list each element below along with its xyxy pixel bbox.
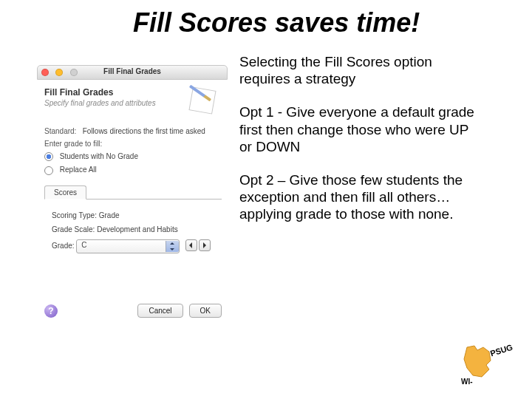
grade-dropdown[interactable]: C	[76, 239, 180, 253]
bullet-2: Opt 1 - Give everyone a default grade fi…	[239, 103, 480, 155]
window-titlebar: Fill Final Grades	[37, 65, 228, 80]
radio-replace-all[interactable]	[44, 166, 53, 175]
grade-scale-label: Grade Scale:	[52, 225, 95, 233]
chevron-updown-icon	[166, 241, 179, 252]
standard-label: Standard:	[44, 127, 76, 135]
dialog-screenshot: Fill Final Grades Fill Final Grades Spec…	[37, 65, 228, 324]
grade-scale-value: Development and Habits	[97, 225, 178, 233]
window-title: Fill Final Grades	[38, 67, 227, 75]
grade-step-up[interactable]	[199, 239, 211, 251]
grade-label: Grade:	[52, 242, 75, 250]
radio-replace-all-label: Replace All	[60, 166, 97, 174]
help-button[interactable]: ?	[44, 304, 58, 318]
bullet-3: Opt 2 – Give those few students the exce…	[239, 171, 480, 223]
fill-label: Enter grade to fill:	[44, 140, 222, 148]
radio-no-grade-label: Students with No Grade	[60, 152, 138, 160]
wi-psug-logo: PSUG WI-	[461, 344, 505, 386]
ok-button[interactable]: OK	[189, 304, 222, 318]
scoring-type-value: Grade	[99, 211, 120, 219]
bullet-list: Selecting the Fill Scores option require…	[239, 53, 480, 239]
standard-value: Follows directions the first time asked	[83, 127, 205, 135]
grade-step-down[interactable]	[185, 239, 197, 251]
scoring-type-label: Scoring Type:	[52, 211, 97, 219]
grade-value: C	[81, 241, 86, 249]
radio-no-grade[interactable]	[44, 152, 53, 161]
tab-scores[interactable]: Scores	[44, 185, 86, 200]
slide-title: Fill Scores saves time!	[133, 7, 420, 38]
cancel-button[interactable]: Cancel	[137, 304, 183, 318]
dialog-body: Fill Final Grades Specify final grades a…	[37, 80, 228, 276]
bullet-1: Selecting the Fill Scores option require…	[239, 53, 480, 87]
clipboard-icon	[186, 81, 220, 115]
logo-text-wi: WI-	[461, 378, 473, 386]
